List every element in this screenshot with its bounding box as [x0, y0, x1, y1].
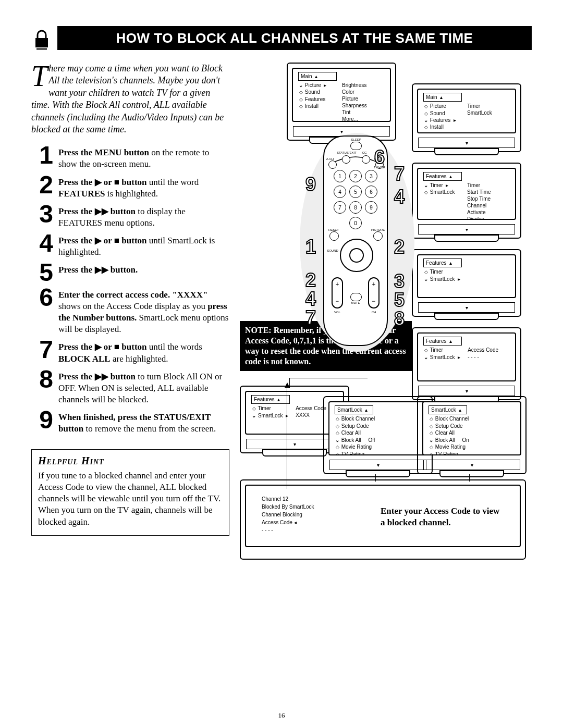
helpful-hint-body: If you tune to a blocked channel and ent… — [38, 470, 223, 527]
step-3: 3Press the ▶▶ button to display the FEAT… — [31, 204, 229, 229]
page-header: HOW TO BLOCK ALL CHANNELS AT THE SAME TI… — [31, 26, 532, 50]
step-4: 4Press the ▶ or ■ button until SmartLock… — [31, 233, 229, 258]
svg-rect-0 — [35, 38, 48, 47]
step-7: 7Press the ▶ or ■ button until the words… — [31, 339, 229, 364]
tv-main-features: Main Picture Sound Features InstallTimer… — [412, 83, 521, 152]
steps-list: 1Press the MENU button on the remote to … — [31, 145, 229, 435]
remote-key-5: 5 — [349, 186, 362, 198]
step-8: 8Press the ▶▶ button to turn Block All O… — [31, 369, 229, 405]
tv-access-code-empty: Features Timer SmartLock Access Code- - … — [412, 327, 521, 400]
helpful-hint-heading: Helpful Hint — [38, 455, 223, 467]
diagram-area: Main Picture Sound Features InstallBrigh… — [240, 63, 532, 532]
step-2: 2Press the ▶ or ■ button until the word … — [31, 175, 229, 200]
remote-key-0: 0 — [349, 217, 362, 229]
remote-key-7: 7 — [334, 201, 346, 214]
intro-paragraph: There may come a time when you want to B… — [31, 63, 229, 135]
page-title: HOW TO BLOCK ALL CHANNELS AT THE SAME TI… — [57, 26, 532, 50]
tv-smartlock-off: SmartLock Block Channel Setup Code Clear… — [323, 396, 433, 474]
remote-key-9: 9 — [365, 201, 377, 214]
tv-smartlock-on: SmartLock Block Channel Setup Code Clear… — [417, 396, 527, 474]
tv-features-timer: Features Timer SmartLockTimerStart TimeS… — [412, 163, 521, 239]
remote-key-2: 2 — [349, 170, 362, 182]
remote-control: SLEEP A.CH STATUS/EXIT CC CLOCK TV-VCR — [276, 135, 412, 360]
page-number: 16 — [0, 711, 563, 720]
remote-key-8: 8 — [349, 201, 362, 214]
step-1: 1Press the MENU button on the remote to … — [31, 145, 229, 170]
remote-key-6: 6 — [365, 186, 377, 198]
step-5: 5Press the ▶▶ button. — [31, 262, 229, 283]
lock-icon — [31, 26, 52, 50]
helpful-hint-box: Helpful Hint If you tune to a blocked ch… — [31, 449, 229, 535]
step-9: 9When finished, press the STATUS/EXIT bu… — [31, 410, 229, 435]
step-6: 6Enter the correct access code. "XXXX" s… — [31, 287, 229, 335]
final-message: Enter your Access Code to view a blocked… — [381, 505, 500, 528]
remote-key-3: 3 — [365, 170, 377, 182]
tv-main-menu: Main Picture Sound Features InstallBrigh… — [287, 63, 396, 141]
tv-features-smartlock: Features Timer SmartLock — [412, 249, 521, 317]
remote-key-1: 1 — [334, 170, 346, 182]
remote-key-4: 4 — [334, 186, 346, 198]
